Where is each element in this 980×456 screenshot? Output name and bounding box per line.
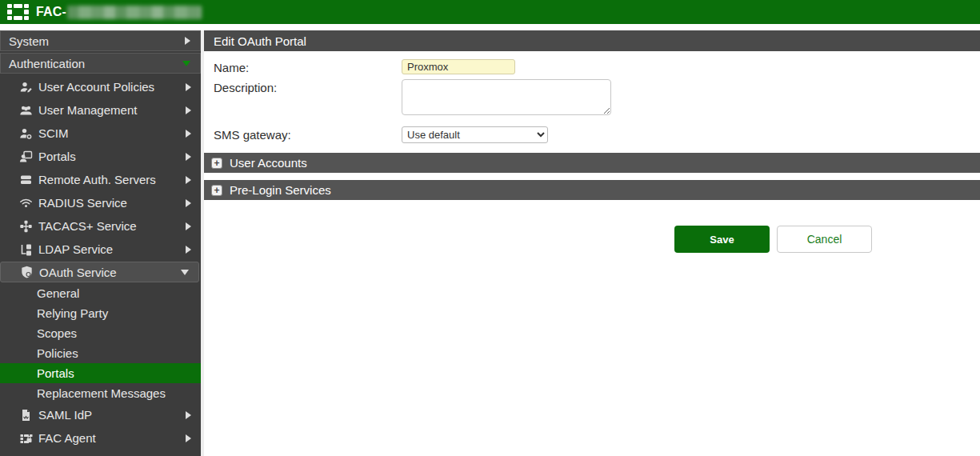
page-title: Edit OAuth Portal <box>214 34 306 48</box>
section-label: Pre-Login Services <box>230 183 331 197</box>
sidebar-item-label: OAuth Service <box>39 266 175 279</box>
sidebar-item-label: Authentication <box>9 57 182 70</box>
user-edit-icon <box>18 81 33 94</box>
sidebar-item-tacacs-service[interactable]: TACACS+ Service <box>0 214 201 238</box>
chevron-right-icon <box>186 176 191 184</box>
sidebar-item-oauth-portals[interactable]: Portals <box>0 363 201 383</box>
chevron-right-icon <box>186 411 191 419</box>
sidebar-item-scim[interactable]: SCIM <box>0 122 201 145</box>
sidebar-item-user-management[interactable]: User Management <box>0 98 201 122</box>
form-row-description: Description: <box>204 79 980 118</box>
sidebar-item-remote-auth-servers[interactable]: Remote Auth. Servers <box>0 168 201 191</box>
sidebar-item-ldap-service[interactable]: LDAP Service <box>0 238 201 261</box>
section-user-accounts[interactable]: + User Accounts <box>204 153 980 173</box>
fortinet-grid-icon <box>7 4 29 20</box>
chevron-right-icon <box>186 153 191 161</box>
sidebar-item-oauth-scopes[interactable]: Scopes <box>0 323 201 343</box>
user-window-icon <box>18 150 33 163</box>
sms-gateway-label: SMS gateway: <box>214 126 402 142</box>
chevron-right-icon <box>186 434 191 442</box>
form-row-name: Name: <box>204 59 980 74</box>
sidebar-item-label: FAC Agent <box>38 431 180 445</box>
sidebar-item-fac-agent[interactable]: FAC Agent <box>0 426 201 450</box>
sidebar-item-authentication[interactable]: Authentication <box>0 53 201 74</box>
section-pre-login-services[interactable]: + Pre-Login Services <box>204 180 980 200</box>
sidebar-item-label: General <box>37 286 201 300</box>
sidebar-item-label: LDAP Service <box>38 242 180 256</box>
chevron-right-icon <box>186 106 191 114</box>
servers-icon <box>18 174 33 186</box>
sidebar-item-label: User Management <box>38 103 180 117</box>
chevron-right-icon <box>185 37 190 45</box>
main-content: Edit OAuth Portal Name: Description: SMS… <box>204 30 980 456</box>
user-gear-icon <box>18 127 33 140</box>
users-icon <box>18 104 33 117</box>
sidebar-item-label: SAML IdP <box>38 408 180 422</box>
sidebar-item-portals[interactable]: Portals <box>0 145 201 168</box>
section-label: User Accounts <box>230 156 307 170</box>
page-title-bar: Edit OAuth Portal <box>204 30 980 51</box>
chevron-right-icon <box>186 130 191 138</box>
expand-plus-icon[interactable]: + <box>211 185 222 196</box>
chevron-right-icon <box>186 246 191 254</box>
sidebar-item-saml-idp[interactable]: SAML IdP <box>0 403 201 426</box>
network-nodes-icon <box>18 220 33 233</box>
brand-prefix: FAC- <box>36 5 66 19</box>
sidebar-item-label: RADIUS Service <box>38 196 180 210</box>
description-textarea[interactable] <box>402 79 611 115</box>
hierarchy-icon <box>18 243 33 256</box>
sidebar-item-label: Scopes <box>37 326 201 340</box>
save-button[interactable]: Save <box>674 226 770 253</box>
chevron-right-icon <box>186 199 191 207</box>
chevron-right-icon <box>186 222 191 230</box>
sidebar-item-oauth-policies[interactable]: Policies <box>0 343 201 363</box>
sidebar-item-label: Remote Auth. Servers <box>38 173 180 186</box>
sms-gateway-select[interactable]: Use default <box>402 126 548 143</box>
top-bar: FAC- <box>0 0 980 24</box>
chevron-down-icon <box>182 61 190 66</box>
description-label: Description: <box>214 79 402 94</box>
expand-plus-icon[interactable]: + <box>211 158 222 169</box>
chevron-down-icon <box>181 270 189 275</box>
sidebar-item-oauth-service[interactable]: OAuth Service <box>0 262 199 282</box>
sidebar-item-label: Relying Party <box>37 306 201 320</box>
redacted-hostname <box>67 6 202 19</box>
sidebar-item-user-account-policies[interactable]: User Account Policies <box>0 75 201 98</box>
sidebar-item-label: TACACS+ Service <box>38 219 180 233</box>
chevron-right-icon <box>186 83 191 91</box>
sidebar-item-label: System <box>9 34 185 48</box>
sidebar-item-oauth-general[interactable]: General <box>0 283 201 303</box>
sidebar-item-label: Portals <box>38 150 180 163</box>
sidebar-item-label: SCIM <box>38 126 180 140</box>
name-input[interactable] <box>402 59 515 74</box>
sidebar-item-radius-service[interactable]: RADIUS Service <box>0 191 201 214</box>
wifi-shield-icon <box>18 197 33 210</box>
grid-lock-icon <box>18 432 33 445</box>
shield-icon <box>19 266 34 278</box>
brand-title: FAC- <box>36 5 202 19</box>
sidebar-item-label: User Account Policies <box>38 80 180 94</box>
name-label: Name: <box>214 59 402 74</box>
main-layout: System Authentication User Account Polic… <box>0 30 980 456</box>
form-row-sms-gateway: SMS gateway: Use default <box>204 126 980 143</box>
sidebar-item-system[interactable]: System <box>0 30 201 51</box>
sidebar-item-label: Policies <box>37 346 201 360</box>
sidebar-nav: System Authentication User Account Polic… <box>0 30 204 456</box>
sidebar-item-label: Replacement Messages <box>37 386 201 400</box>
cancel-button[interactable]: Cancel <box>777 226 872 253</box>
sidebar-item-oauth-relying-party[interactable]: Relying Party <box>0 303 201 323</box>
sidebar-item-oauth-replacement-messages[interactable]: Replacement Messages <box>0 383 201 403</box>
document-icon <box>18 409 33 422</box>
sidebar-item-label: Portals <box>37 366 201 380</box>
form-actions: Save Cancel <box>674 226 980 253</box>
